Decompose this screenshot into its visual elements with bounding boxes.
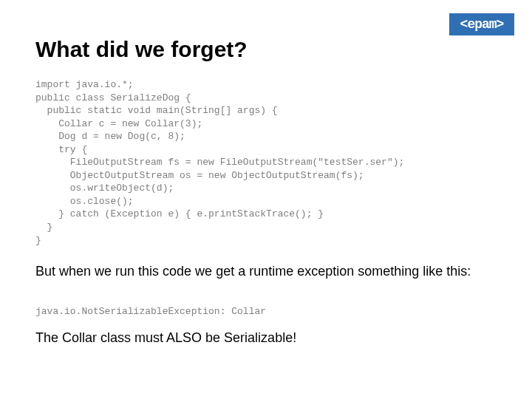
code-block: import java.io.*; public class Serialize… (35, 78, 404, 247)
epam-logo-text: <epam> (460, 17, 504, 32)
paragraph-intro: But when we run this code we get a runti… (35, 263, 497, 280)
paragraph-conclusion: The Collar class must ALSO be Serializab… (35, 330, 497, 347)
exception-output: java.io.NotSerializableException: Collar (35, 306, 266, 317)
slide: <epam> What did we forget? import java.i… (0, 0, 532, 399)
slide-title: What did we forget? (35, 37, 248, 62)
epam-logo: <epam> (449, 13, 514, 35)
